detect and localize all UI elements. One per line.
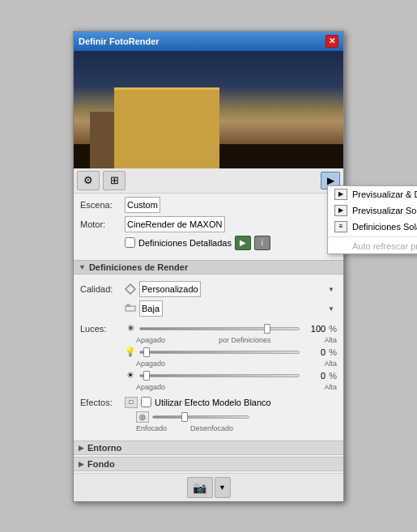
popup-icon-1: ▶: [334, 189, 347, 200]
detailed-def-checkbox[interactable]: [125, 237, 135, 248]
preview-icon: ▶: [327, 175, 334, 186]
lights-label: Luces:: [80, 324, 125, 334]
light-slider-3: 0 %: [139, 371, 337, 381]
popup-icon-2: ▶: [334, 205, 347, 216]
popup-item-preview-definitions[interactable]: ▶ Previsualizar & Definiciones: [328, 186, 417, 202]
render-def-arrow: ▼: [79, 263, 86, 271]
window-title: Definir FotoRender: [79, 36, 160, 46]
render-section: Calidad: Personalizado Baja: [74, 278, 343, 323]
focus-icon-row: ◎: [136, 411, 337, 423]
popup-icon-3: ≡: [334, 221, 347, 232]
slider-max-1: Alta: [324, 336, 337, 344]
slider-track-2: [139, 351, 300, 354]
white-model-checkbox[interactable]: [141, 397, 151, 407]
render-def-header[interactable]: ▼ Definiciones de Render: [74, 260, 343, 275]
popup-menu: ▶ Previsualizar & Definiciones ▶ Previsu…: [327, 185, 417, 254]
diamond-icon: [125, 283, 136, 295]
light-slider-2: 0 %: [139, 347, 337, 357]
effects-row: Efectos: □ Utilizar Efecto Modelo Blanco: [80, 397, 337, 408]
slider-min-2: Apagado: [136, 360, 165, 368]
slider-max-3: Alta: [324, 383, 337, 391]
sun-icon: ✳: [125, 323, 136, 334]
scene-select-wrapper: Custom: [125, 197, 337, 213]
quality2-select[interactable]: Baja: [139, 300, 163, 317]
slider-thumb-2[interactable]: [143, 347, 150, 357]
scene-row: Escena: Custom: [80, 197, 337, 213]
camera-icon: 📷: [193, 481, 206, 494]
quality-row1: Calidad: Personalizado: [80, 281, 337, 297]
camera-dropdown-button[interactable]: ▼: [215, 477, 231, 498]
light-row-2: 💡 0 %: [80, 347, 337, 358]
light-row-3: ☀ 0 %: [80, 370, 337, 381]
close-button[interactable]: ✕: [326, 35, 338, 48]
quality-select-wrapper: Personalizado: [139, 281, 337, 297]
popup-auto-refresh: Auto refrescar previsualización: [328, 239, 417, 253]
slider-labels-1: Apagado por Definiciones Alta: [136, 336, 337, 344]
slider-thumb-1[interactable]: [264, 324, 270, 334]
main-window: Definir FotoRender ✕ ⚙ ⊞ ▶ ▶ Previsualiz…: [73, 31, 344, 502]
scene-select[interactable]: Custom: [125, 197, 160, 213]
slider-unit-2: %: [329, 347, 337, 357]
popup-item-definitions-only[interactable]: ≡ Definiciones Solamente: [328, 219, 417, 235]
entorno-arrow: ▶: [79, 444, 84, 452]
white-model-label: Utilizar Efecto Modelo Blanco: [155, 398, 271, 407]
motor-select[interactable]: CineRender de MAXON: [125, 216, 225, 232]
popup-separator: [328, 236, 417, 237]
bottom-toolbar: 📷 ▼: [74, 473, 343, 501]
render-def-label: Definiciones de Render: [89, 262, 188, 272]
quality-icon2: [125, 303, 136, 314]
motor-row: Motor: CineRender de MAXON: [80, 216, 337, 232]
ambient-icon: ☀: [125, 370, 136, 381]
grid-icon: ⊞: [110, 174, 119, 186]
slider-track-3: [139, 374, 300, 377]
lights-section: Luces: ✳ 100 % Apagado por Definiciones …: [74, 323, 343, 397]
motor-select-wrapper: CineRender de MAXON: [125, 216, 337, 232]
bulb-icon: 💡: [125, 347, 136, 358]
dropdown-arrow-icon: ▼: [219, 483, 226, 492]
effects-label: Efectos:: [80, 398, 125, 407]
info-preview-btn[interactable]: ▶: [235, 236, 251, 250]
slider-unit-3: %: [329, 371, 337, 381]
fondo-section[interactable]: ▶ Fondo: [74, 457, 343, 471]
slider-thumb-3[interactable]: [143, 371, 150, 381]
quality2-select-wrapper: Baja: [139, 300, 337, 317]
focus-slider-thumb[interactable]: [181, 412, 188, 422]
info-buttons: ▶ i: [235, 236, 270, 250]
motor-label: Motor:: [80, 219, 125, 229]
svg-marker-0: [126, 284, 135, 294]
info-detail-btn[interactable]: i: [254, 236, 270, 250]
main-toolbar: ⚙ ⊞ ▶: [74, 168, 343, 194]
effects-section: Efectos: □ Utilizar Efecto Modelo Blanco…: [74, 397, 343, 439]
svg-rect-2: [127, 304, 130, 306]
light-row-1: Luces: ✳ 100 %: [80, 323, 337, 334]
slider-max-2: Alta: [324, 360, 337, 368]
slider-min-1: Apagado: [136, 336, 165, 344]
focus-right-label: Desenfocado: [190, 424, 233, 432]
popup-item-preview-only[interactable]: ▶ Previsualizar Solamente: [328, 202, 417, 219]
quality-row2: Baja: [80, 300, 337, 317]
focus-track: [152, 415, 249, 419]
slider-value-1: 100: [303, 324, 326, 334]
svg-rect-1: [126, 306, 135, 311]
camera-button[interactable]: 📷: [187, 477, 213, 498]
fondo-arrow: ▶: [79, 460, 84, 468]
entorno-label: Entorno: [87, 443, 121, 453]
fondo-label: Fondo: [87, 459, 115, 469]
focus-left-label: Enfocado: [136, 424, 167, 432]
slider-labels-2: Apagado Alta: [136, 360, 337, 368]
detailed-def-label: Definiciones Detalladas: [138, 238, 232, 248]
white-model-icon: □: [125, 397, 138, 408]
entorno-section[interactable]: ▶ Entorno: [74, 440, 343, 455]
preview-area: [74, 51, 343, 168]
slider-value-3: 0: [303, 371, 326, 381]
quality-label: Calidad:: [80, 284, 125, 294]
focus-icon: ◎: [136, 411, 149, 423]
grid-button[interactable]: ⊞: [103, 171, 126, 190]
slider-unit-1: %: [329, 324, 337, 334]
scene-label: Escena:: [80, 200, 125, 210]
focus-labels: Enfocado Desenfocado: [136, 424, 233, 432]
slider-labels-3: Apagado Alta: [136, 383, 337, 391]
gear-button[interactable]: ⚙: [77, 171, 100, 190]
quality-select[interactable]: Personalizado: [139, 281, 201, 297]
slider-center-1: por Definiciones: [219, 336, 271, 344]
